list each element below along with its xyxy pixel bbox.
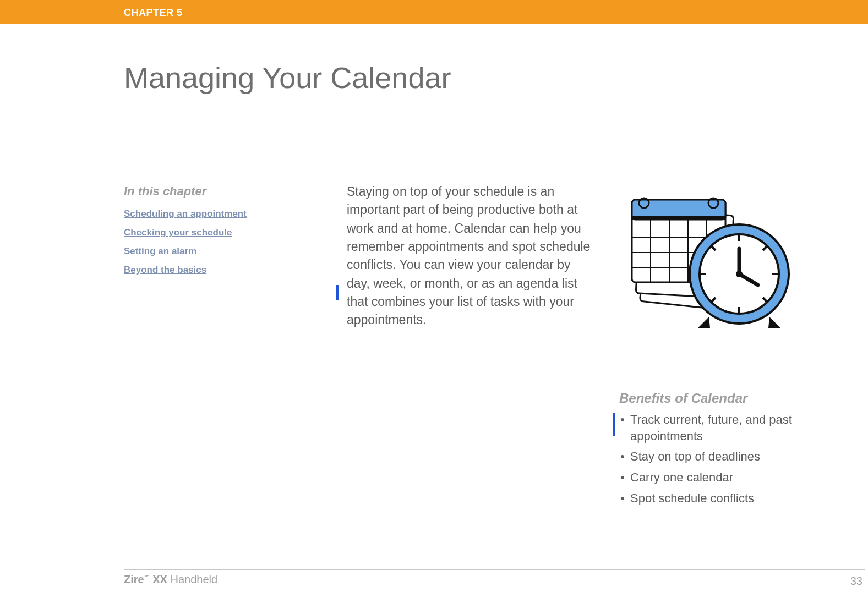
intro-paragraph: Staying on top of your schedule is an im… [347, 183, 594, 330]
svg-rect-4 [632, 216, 725, 220]
link-beyond-basics[interactable]: Beyond the basics [124, 265, 289, 276]
benefit-item: Carry one calendar [619, 469, 850, 486]
text-cursor-mark [336, 285, 339, 300]
link-setting-alarm[interactable]: Setting an alarm [124, 246, 289, 257]
benefits-section: Benefits of Calendar Track current, futu… [619, 391, 850, 511]
chapter-label: CHAPTER 5 [124, 7, 183, 19]
sidebar-heading: In this chapter [124, 184, 289, 199]
benefits-list: Track current, future, and past appointm… [619, 412, 850, 506]
text-cursor-mark [613, 413, 615, 436]
calendar-clock-illustration-icon [615, 183, 808, 345]
svg-point-26 [736, 271, 743, 277]
trademark: ™ [144, 574, 150, 580]
footer-rule [124, 569, 865, 570]
footer: Zire™ XX Handheld 33 [124, 573, 862, 588]
benefit-item: Spot schedule conflicts [619, 490, 850, 507]
model: XX [150, 573, 167, 585]
benefit-item: Track current, future, and past appointm… [619, 412, 850, 444]
link-checking-schedule[interactable]: Checking your schedule [124, 227, 289, 238]
benefits-heading: Benefits of Calendar [619, 391, 850, 406]
product-name: Zire™ XX Handheld [124, 573, 217, 585]
page-number: 33 [850, 575, 862, 588]
chapter-bar: CHAPTER 5 [0, 3, 868, 24]
page-title: Managing Your Calendar [124, 61, 451, 95]
brand: Zire [124, 573, 144, 585]
benefit-item: Stay on top of deadlines [619, 448, 850, 465]
product-suffix: Handheld [167, 573, 217, 585]
in-this-chapter-sidebar: In this chapter Scheduling an appointmen… [124, 184, 289, 283]
link-scheduling-appointment[interactable]: Scheduling an appointment [124, 209, 289, 220]
